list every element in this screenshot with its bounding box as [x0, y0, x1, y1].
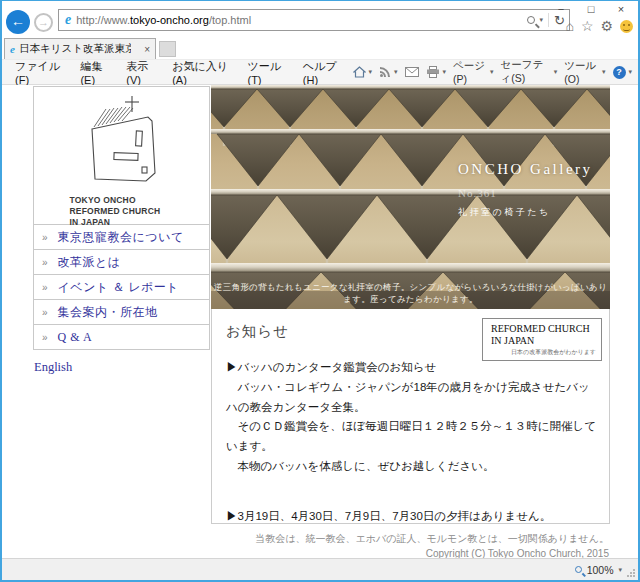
- maximize-button[interactable]: □: [576, 1, 606, 19]
- sidebar-item-label: 東京恩寵教会について: [58, 229, 184, 246]
- rcj-banner-tagline: 日本の改革派教会がわかります: [491, 348, 596, 357]
- page-footer: 当教会は、統一教会、エホバの証人、モルモン教とは、一切関係ありません。 Copy…: [211, 531, 610, 561]
- footer-disclaimer: 当教会は、統一教会、エホバの証人、モルモン教とは、一切関係ありません。: [211, 531, 609, 546]
- photo-caption: 逆三角形の背もたれもユニークな礼拝室の椅子。シンプルながらいろいろな仕掛けがいっ…: [211, 282, 610, 306]
- rss-icon: [379, 66, 391, 78]
- menu-file[interactable]: ファイル(F): [8, 56, 73, 89]
- chevron-bullet-icon: »: [42, 307, 48, 318]
- rcj-banner-link[interactable]: REFORMED CHURCH IN JAPAN 日本の改革派教会がわかります: [482, 318, 602, 361]
- tools-menu-button[interactable]: ツール(O) ▾: [564, 59, 605, 85]
- sidebar-item-qa[interactable]: » Q & A: [34, 324, 209, 349]
- news-item: そのＣＤ鑑賞会を、ほぼ毎週日曜日１２時２５分～１３時に開催しています。: [226, 417, 599, 457]
- sidebar-item-about[interactable]: » 東京恩寵教会について: [34, 224, 209, 249]
- address-bar[interactable]: e http://www.tokyo-oncho.org/top.html ▾ …: [58, 9, 570, 31]
- minimize-button[interactable]: −: [546, 1, 576, 19]
- print-button[interactable]: ▾: [426, 66, 447, 78]
- menu-help[interactable]: ヘルプ(H): [296, 56, 353, 89]
- page-menu-button[interactable]: ページ(P) ▾: [453, 59, 493, 85]
- sidebar-item-label: イベント ＆ レポート: [58, 279, 179, 296]
- news-section: お知らせ REFORMED CHURCH IN JAPAN 日本の改革派教会がわ…: [211, 309, 610, 524]
- resize-grip[interactable]: [626, 568, 636, 578]
- rcj-banner-title: REFORMED CHURCH IN JAPAN: [491, 323, 596, 346]
- status-bar: 100% ▾: [2, 558, 638, 580]
- sidebar-item-label: 集会案内・所在地: [58, 304, 158, 321]
- news-item: ▶3月19日、4月30日、7月9日、7月30日の夕拝はありません。: [226, 507, 599, 527]
- sidebar-item-events[interactable]: » イベント ＆ レポート: [34, 274, 209, 299]
- back-button[interactable]: ←: [6, 10, 30, 34]
- settings-gear-icon[interactable]: ⚙: [600, 19, 613, 33]
- sidebar-item-meetings[interactable]: » 集会案内・所在地: [34, 299, 209, 324]
- search-icon[interactable]: [527, 16, 535, 24]
- dropdown-icon: ▾: [369, 68, 373, 76]
- gallery-title: ONCHO Gallery: [458, 161, 593, 178]
- dropdown-icon: ▾: [443, 68, 447, 76]
- back-icon: ←: [11, 13, 25, 29]
- gallery-overlay: ONCHO Gallery No.361 礼拝室の椅子たち: [458, 161, 593, 219]
- mail-icon: [405, 67, 419, 77]
- dropdown-icon: ▾: [394, 68, 398, 76]
- rss-feed-button[interactable]: ▾: [379, 66, 398, 78]
- chevron-bullet-icon: »: [42, 232, 48, 243]
- search-dropdown-icon[interactable]: ▾: [540, 16, 544, 24]
- forward-button[interactable]: →: [34, 13, 53, 32]
- home-icon: [353, 66, 366, 78]
- chevron-bullet-icon: »: [42, 332, 48, 343]
- menu-favorites[interactable]: お気に入り(A): [165, 56, 240, 89]
- church-logo: TOKYO ONCHO REFORMED CHURCH IN JAPAN: [34, 87, 209, 224]
- chevron-bullet-icon: »: [42, 257, 48, 268]
- safety-menu-button[interactable]: セーフティ(S) ▾: [500, 58, 557, 86]
- url-domain: tokyo-oncho.org: [130, 14, 209, 26]
- gallery-subtitle: 礼拝室の椅子たち: [458, 206, 593, 219]
- sidebar-item-reformed[interactable]: » 改革派とは: [34, 249, 209, 274]
- feedback-smiley-icon[interactable]: [620, 20, 633, 33]
- menu-edit[interactable]: 編集(E): [73, 56, 119, 89]
- gallery-number: No.361: [458, 187, 593, 199]
- church-building-icon: [62, 93, 182, 189]
- chevron-bullet-icon: »: [42, 282, 48, 293]
- sidebar-item-label: Q & A: [58, 330, 93, 345]
- home-icon[interactable]: ⌂: [565, 19, 573, 33]
- tools-menu-label: ツール(O): [564, 59, 599, 85]
- zoom-level: 100%: [587, 564, 614, 576]
- address-row: ← → e http://www.tokyo-oncho.org/top.htm…: [2, 1, 638, 38]
- hero-photo: ONCHO Gallery No.361 礼拝室の椅子たち 逆三角形の背もたれも…: [211, 85, 610, 309]
- zoom-magnifier-icon: [575, 566, 582, 573]
- ie-page-icon: e: [65, 12, 71, 28]
- news-item: 本物のバッハを体感しに、ぜひお越しください。: [226, 457, 599, 477]
- home-command-button[interactable]: ▾: [353, 66, 373, 78]
- tab-close-icon[interactable]: ×: [144, 44, 150, 55]
- help-icon: ?: [613, 66, 626, 79]
- menu-tools[interactable]: ツール(T): [240, 56, 295, 89]
- forward-icon: →: [38, 16, 49, 28]
- favorites-star-icon[interactable]: ☆: [581, 19, 594, 33]
- close-button[interactable]: ×: [606, 1, 636, 19]
- news-item: バッハ・コレギウム・ジャパンが18年の歳月をかけ完成させたバッハの教会カンタータ…: [226, 378, 599, 418]
- webpage-content: TOKYO ONCHO REFORMED CHURCH IN JAPAN » 東…: [2, 85, 638, 558]
- zoom-dropdown-icon[interactable]: ▾: [618, 566, 622, 574]
- browser-window: ← → e http://www.tokyo-oncho.org/top.htm…: [0, 0, 640, 582]
- sidebar: TOKYO ONCHO REFORMED CHURCH IN JAPAN » 東…: [33, 86, 210, 375]
- english-link[interactable]: English: [34, 360, 72, 375]
- tab-favicon: e: [10, 43, 15, 55]
- sidebar-item-label: 改革派とは: [58, 254, 121, 271]
- dropdown-icon: ▾: [490, 68, 494, 76]
- safety-menu-label: セーフティ(S): [500, 58, 550, 86]
- help-button[interactable]: ? ▾: [613, 66, 633, 79]
- url-path: /top.html: [209, 14, 251, 26]
- menu-bar: ファイル(F) 編集(E) 表示(V) お気に入り(A) ツール(T) ヘルプ(…: [2, 60, 638, 85]
- dropdown-icon: ▾: [629, 68, 633, 76]
- printer-icon: [426, 66, 440, 78]
- page-menu-label: ページ(P): [453, 59, 487, 85]
- dropdown-icon: ▾: [554, 68, 558, 76]
- tab-title: 日本キリスト改革派東京恩寵...: [19, 42, 131, 56]
- url-prefix: http://www.: [76, 14, 130, 26]
- menu-view[interactable]: 表示(V): [119, 56, 165, 89]
- dropdown-icon: ▾: [602, 68, 606, 76]
- read-mail-button[interactable]: [405, 67, 419, 77]
- main-content: ONCHO Gallery No.361 礼拝室の椅子たち 逆三角形の背もたれも…: [211, 85, 610, 561]
